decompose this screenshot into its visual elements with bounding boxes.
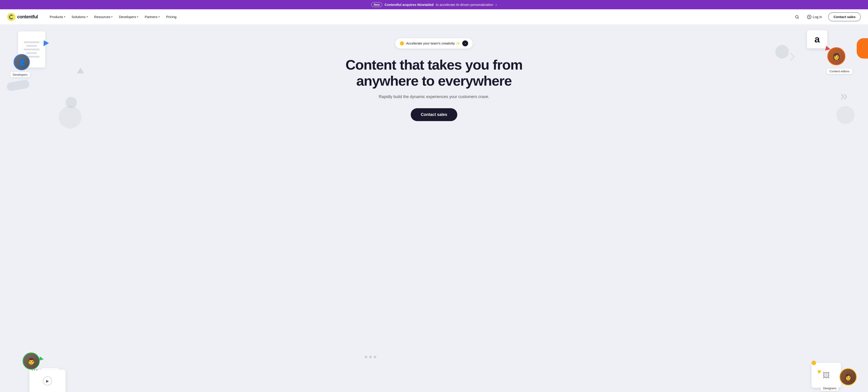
decor-three-dots xyxy=(365,356,376,358)
header: contentful Products ▾ Solutions ▾ Resour… xyxy=(0,9,868,25)
content-editors-avatar: 👩 xyxy=(827,47,845,65)
contact-sales-button[interactable]: Contact sales xyxy=(828,12,861,21)
decor-triangle-1 xyxy=(77,68,84,73)
dot-2 xyxy=(369,356,372,358)
image-card: 🖼 xyxy=(811,363,841,388)
products-chevron-icon: ▾ xyxy=(64,15,65,18)
window-dot-1 xyxy=(32,369,33,370)
logo-icon xyxy=(7,13,16,21)
announcement-bar[interactable]: New Contentful acquires Ninetailed to ac… xyxy=(0,0,868,9)
content-editors-label: Content editors xyxy=(827,69,852,74)
hero-section: » 👤 Developers a ▶ 👩 Content editors Acc… xyxy=(0,25,868,392)
partners-chevron-icon: ▾ xyxy=(158,15,160,18)
nav-item-partners[interactable]: Partners ▾ xyxy=(142,13,162,21)
logo-text: contentful xyxy=(17,14,38,20)
nav-item-resources[interactable]: Resources ▾ xyxy=(92,13,116,21)
a-card: a xyxy=(807,30,827,48)
play-button-icon: ▶ xyxy=(43,377,52,386)
image-placeholder-icon: 🖼 xyxy=(823,371,830,380)
nav-item-products[interactable]: Products ▾ xyxy=(47,13,68,21)
designers-label: Designers xyxy=(821,386,839,391)
nav: Products ▾ Solutions ▾ Resources ▾ Devel… xyxy=(47,13,794,21)
announce-pill-arrow-icon: › xyxy=(462,40,468,46)
resources-chevron-icon: ▾ xyxy=(111,15,113,18)
decor-pill-left xyxy=(6,79,30,92)
dot-1 xyxy=(365,356,367,358)
decor-circle-tr2 xyxy=(836,106,855,124)
doc-line-2 xyxy=(26,45,37,47)
search-button[interactable] xyxy=(794,13,801,21)
login-button[interactable]: Log in xyxy=(804,13,825,21)
decor-circle-2 xyxy=(59,106,81,129)
login-icon xyxy=(807,15,811,19)
yellow-dot-icon xyxy=(400,41,404,45)
nav-actions: Log in Contact sales xyxy=(794,12,861,21)
logo[interactable]: contentful xyxy=(7,13,38,21)
announce-pill-text: Accelerate your team's creativity ✨ xyxy=(406,41,460,45)
developers-chevron-icon: ▾ xyxy=(137,15,138,18)
nav-item-developers[interactable]: Developers ▾ xyxy=(116,13,141,21)
announcement-arrow-icon: › xyxy=(495,3,497,7)
window-dots xyxy=(32,369,37,370)
dot-3 xyxy=(374,356,376,358)
window-dot-3 xyxy=(36,369,37,370)
developer-label: Developers xyxy=(10,72,30,77)
search-icon xyxy=(795,15,799,19)
decor-chevron: » xyxy=(840,88,848,103)
nav-item-pricing[interactable]: Pricing xyxy=(163,13,179,21)
decor-orange-blob xyxy=(857,38,868,59)
svg-point-2 xyxy=(9,18,11,19)
designers-avatar: 👩 xyxy=(839,368,857,386)
marketers-avatar: 👨 xyxy=(23,353,40,370)
doc-line-4 xyxy=(26,52,37,54)
doc-line-3 xyxy=(24,48,39,51)
video-card: ▶ xyxy=(29,370,66,392)
yellow-dot-float xyxy=(811,361,816,365)
hero-announce-pill[interactable]: Accelerate your team's creativity ✨ › xyxy=(395,38,473,48)
nav-item-solutions[interactable]: Solutions ▾ xyxy=(69,13,91,21)
hero-subtext: Rapidly build the dynamic experiences yo… xyxy=(379,94,489,99)
new-badge: New xyxy=(371,2,382,7)
solutions-chevron-icon: ▾ xyxy=(87,15,88,18)
hero-cta-button[interactable]: Contact sales xyxy=(411,108,457,121)
announcement-text: to accelerate AI-driven personalization xyxy=(436,3,493,6)
hero-headline: Content that takes you from anywhere to … xyxy=(346,57,523,89)
doc-line-1 xyxy=(24,41,39,43)
announcement-link[interactable]: Contentful acquires Ninetailed xyxy=(384,3,434,6)
window-dot-2 xyxy=(34,369,35,370)
svg-point-0 xyxy=(7,13,16,21)
svg-point-1 xyxy=(9,15,11,16)
svg-point-3 xyxy=(796,15,798,18)
developer-avatar: 👤 xyxy=(13,54,30,70)
cursor-green-icon: ▶ xyxy=(39,355,44,362)
